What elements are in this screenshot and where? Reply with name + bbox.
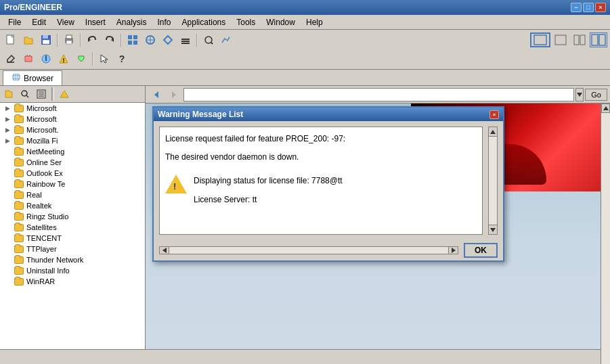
folder-icon <box>14 179 24 189</box>
tree-item-onlineser[interactable]: Online Ser <box>0 157 145 168</box>
menu-analysis[interactable]: Analysis <box>111 16 152 28</box>
menu-help[interactable]: Help <box>301 16 328 28</box>
tree-item-label: NetMeeting <box>26 147 64 156</box>
menu-edit[interactable]: Edit <box>26 16 51 28</box>
toolbar-edit5[interactable] <box>73 51 89 66</box>
tree-item-microsoft1[interactable]: ▶ Microsoft <box>0 103 145 114</box>
toolbar-undo[interactable] <box>84 32 100 47</box>
toolbar-edit2[interactable] <box>20 51 37 66</box>
hscroll-left[interactable] <box>160 247 169 254</box>
tree-item-ttplayer[interactable]: TTPlayer <box>0 244 145 254</box>
sidebar-btn3[interactable] <box>34 87 49 101</box>
dialog-scrollbar-vert[interactable] <box>488 127 498 235</box>
dialog-scroll-track <box>489 137 497 225</box>
toolbar-view4[interactable] <box>590 32 607 47</box>
svg-rect-24 <box>555 35 566 45</box>
sidebar-btn4[interactable] <box>57 87 72 101</box>
dialog-text: License request failed for feature PROE_… <box>159 127 483 235</box>
tree-item-label: Thunder Network <box>26 256 83 264</box>
tree-item-satellites[interactable]: Satellites <box>0 222 145 233</box>
menu-insert[interactable]: Insert <box>80 16 111 28</box>
minimize-button[interactable]: − <box>571 3 582 12</box>
toolbar-icon1[interactable] <box>125 32 141 47</box>
sidebar-toolbar <box>0 86 145 103</box>
tree-item-winrar[interactable]: WinRAR <box>0 276 145 287</box>
menu-view[interactable]: View <box>51 16 80 28</box>
ok-button[interactable]: OK <box>464 243 498 258</box>
svg-marker-58 <box>162 248 167 253</box>
browser-icon <box>12 72 21 84</box>
maximize-button[interactable]: □ <box>583 3 594 12</box>
svg-rect-12 <box>128 41 132 45</box>
tree-item-rainbow[interactable]: Rainbow Te <box>0 179 145 189</box>
tree-item-label: Satellites <box>26 223 57 231</box>
tree-item-thunder[interactable]: Thunder Network <box>0 254 145 265</box>
dialog-scroll-up[interactable] <box>489 127 497 137</box>
toolbar-print[interactable] <box>61 32 77 47</box>
dialog-close-button[interactable]: × <box>489 110 499 119</box>
toolbar-edit1[interactable] <box>3 51 19 66</box>
tree-item-microsoftdot[interactable]: ▶ Microsoft. <box>0 124 145 135</box>
tree-item-uninstall[interactable]: Uninstall Info <box>0 265 145 276</box>
folder-icon <box>14 201 24 210</box>
menu-applications[interactable]: Applications <box>177 16 232 28</box>
tree-item-mozilla[interactable]: ▶ Mozilla Fi <box>0 135 145 146</box>
tree-item-real[interactable]: Real <box>0 189 145 200</box>
dialog-horiz-scrollbar[interactable] <box>159 246 458 254</box>
svg-point-38 <box>63 62 64 63</box>
svg-rect-19 <box>181 41 190 42</box>
browser-tab[interactable]: Browser <box>3 70 62 85</box>
toolbar-edit4[interactable] <box>56 51 72 66</box>
svg-rect-28 <box>599 35 605 45</box>
toolbar-help[interactable]: ? <box>114 51 130 66</box>
toolbar-edit3[interactable] <box>38 51 54 66</box>
svg-marker-56 <box>490 130 496 134</box>
toolbar-icon5[interactable] <box>200 32 217 47</box>
folder-icon <box>14 244 24 254</box>
toolbar-view3[interactable] <box>571 32 588 47</box>
sidebar-btn2[interactable] <box>18 87 32 101</box>
main-layout: ▶ Microsoft ▶ Microsoft ▶ Microsoft. ▶ M… <box>0 86 610 364</box>
svg-rect-7 <box>66 41 72 44</box>
toolbar-cursor[interactable] <box>96 51 112 66</box>
svg-point-21 <box>205 37 212 43</box>
window-title: Pro/ENGINEER <box>4 3 62 12</box>
folder-icon <box>14 158 24 167</box>
tree-item-netmeeting[interactable]: NetMeeting <box>0 146 145 157</box>
svg-rect-27 <box>592 35 598 45</box>
toolbar-sep-2 <box>80 33 81 47</box>
tree-item-outlook[interactable]: Outlook Ex <box>0 168 145 179</box>
hscroll-right[interactable] <box>448 247 458 254</box>
folder-icon <box>14 104 24 113</box>
tree-item-tencent[interactable]: TENCENT <box>0 233 145 244</box>
toolbar-redo[interactable] <box>102 32 118 47</box>
tree-item-realtek[interactable]: Realtek <box>0 200 145 211</box>
menu-tools[interactable]: Tools <box>231 16 261 28</box>
dialog-overlay: Warning Message List × License request f… <box>146 86 610 364</box>
toolbar-view2[interactable] <box>552 32 569 47</box>
dialog-title: Warning Message List <box>158 110 243 119</box>
tree-item-ringz[interactable]: Ringz Studio <box>0 211 145 222</box>
toolbar-new[interactable] <box>3 32 19 47</box>
toolbar-icon2[interactable] <box>142 32 158 47</box>
menu-window[interactable]: Window <box>261 16 301 28</box>
svg-marker-57 <box>490 228 496 232</box>
menu-info[interactable]: Info <box>152 16 177 28</box>
tree-item-label: Microsoft. <box>26 126 59 134</box>
svg-marker-29 <box>7 55 14 62</box>
dialog-scroll-down[interactable] <box>489 225 497 234</box>
toolbar-view1[interactable] <box>530 32 550 47</box>
tree-item-microsoft2[interactable]: ▶ Microsoft <box>0 114 145 124</box>
tree-item-label: Outlook Ex <box>26 169 63 177</box>
toolbar-icon4[interactable] <box>177 32 194 47</box>
sidebar-btn1[interactable] <box>1 87 16 101</box>
menu-file[interactable]: File <box>3 16 26 28</box>
toolbar-open[interactable] <box>20 32 37 47</box>
toolbar-icon3[interactable] <box>160 32 176 47</box>
toolbar-row-1 <box>3 31 607 49</box>
toolbar-icon6[interactable] <box>218 32 234 47</box>
svg-rect-18 <box>181 39 190 40</box>
svg-marker-59 <box>452 248 456 253</box>
toolbar-save[interactable] <box>38 32 54 47</box>
window-close-button[interactable]: × <box>595 3 606 12</box>
